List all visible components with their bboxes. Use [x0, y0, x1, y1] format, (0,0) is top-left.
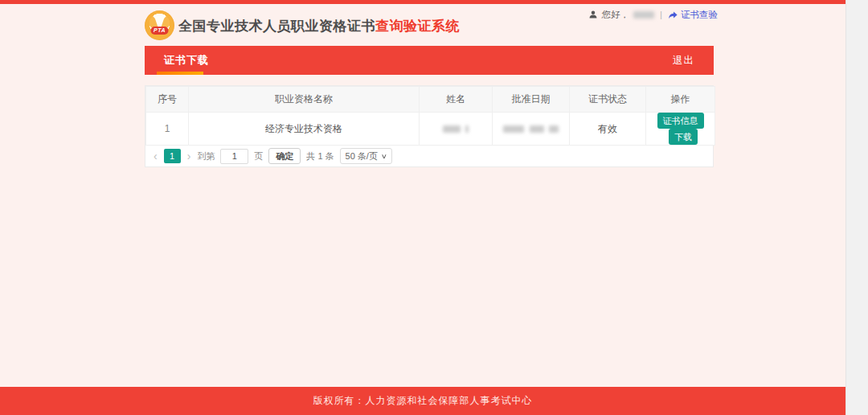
column-header-no: 序号	[146, 87, 189, 113]
certificate-table-card: 序号 职业资格名称 姓名 批准日期 证书状态 操作 1 经济专业技术资格	[145, 85, 714, 167]
footer: 版权所有：人力资源和社会保障部人事考试中心	[0, 387, 845, 415]
user-bar: 您好， | 证书查验	[588, 8, 719, 21]
redacted-name-block	[443, 125, 461, 133]
column-header-approval-date: 批准日期	[493, 87, 570, 113]
page-number-input[interactable]	[220, 149, 248, 164]
column-header-name: 姓名	[420, 87, 493, 113]
cell-status: 有效	[570, 113, 646, 146]
certificate-verify-link[interactable]: 证书查验	[668, 9, 718, 21]
download-button[interactable]: 下载	[669, 129, 698, 145]
user-icon	[588, 10, 598, 19]
page-title-accent: 查询验证系统	[375, 18, 460, 34]
divider: |	[660, 10, 662, 19]
table-row: 1 经济专业技术资格 有效 证书信息 下载	[146, 113, 715, 146]
greeting-text: 您好，	[602, 9, 630, 21]
page-title: 全国专业技术人员职业资格证书查询验证系统	[178, 17, 460, 35]
logout-button[interactable]: 退出	[673, 46, 694, 75]
top-accent-strip	[0, 0, 845, 4]
page: PTA 全国专业技术人员职业资格证书查询验证系统 您好， | 证书查验 证书下载…	[0, 0, 868, 415]
redacted-date-block	[530, 125, 544, 133]
pta-logo: PTA	[145, 10, 174, 40]
redacted-date-block	[549, 125, 559, 133]
cell-qualification-name: 经济专业技术资格	[189, 113, 420, 146]
chevron-left-icon[interactable]: ‹	[153, 150, 158, 162]
tab-certificate-download[interactable]: 证书下载	[164, 46, 209, 75]
cell-actions: 证书信息 下载	[646, 113, 715, 146]
confirm-page-button[interactable]: 确定	[268, 148, 301, 164]
navbar: 证书下载 退出	[145, 46, 714, 75]
logo-text: PTA	[150, 27, 169, 35]
page-size-value: 50 条/页	[346, 150, 378, 162]
certificate-table: 序号 职业资格名称 姓名 批准日期 证书状态 操作 1 经济专业技术资格	[145, 86, 715, 146]
total-count-label: 共 1 条	[306, 150, 334, 162]
cell-row-number: 1	[146, 113, 189, 146]
goto-prefix-label: 到第	[197, 150, 215, 162]
vertical-scrollbar[interactable]	[845, 0, 868, 415]
current-page-button[interactable]: 1	[164, 149, 181, 163]
share-arrow-icon	[668, 10, 678, 20]
redacted-username	[633, 11, 654, 18]
verify-link-label: 证书查验	[681, 9, 718, 21]
page-title-main: 全国专业技术人员职业资格证书	[178, 18, 375, 34]
goto-suffix-label: 页	[254, 150, 263, 162]
page-size-select[interactable]: 50 条/页 ∨	[340, 148, 392, 164]
certificate-info-button[interactable]: 证书信息	[657, 113, 704, 129]
pagination-bar: ‹ 1 › 到第 页 确定 共 1 条 50 条/页 ∨	[145, 146, 713, 166]
cell-name-redacted	[420, 113, 493, 146]
table-header-row: 序号 职业资格名称 姓名 批准日期 证书状态 操作	[146, 87, 715, 113]
column-header-qualification: 职业资格名称	[189, 87, 420, 113]
column-header-status: 证书状态	[570, 87, 646, 113]
redacted-name-block	[465, 125, 469, 133]
active-tab-underline	[157, 72, 203, 75]
column-header-actions: 操作	[646, 87, 715, 113]
chevron-down-icon: ∨	[381, 153, 387, 160]
redacted-date-block	[503, 125, 524, 133]
cell-approval-date-redacted	[493, 113, 570, 146]
copyright-text: 版权所有：人力资源和社会保障部人事考试中心	[313, 394, 533, 408]
chevron-right-icon[interactable]: ›	[186, 150, 192, 162]
